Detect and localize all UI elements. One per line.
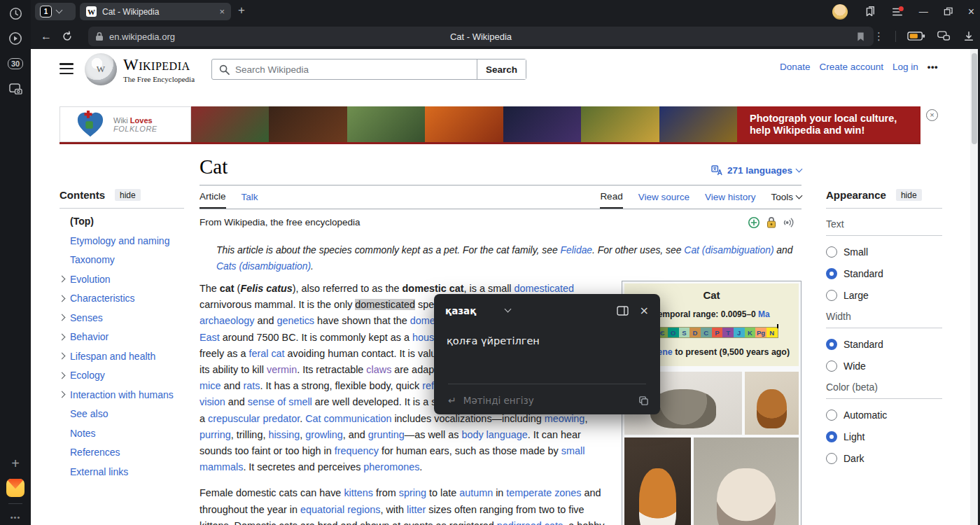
coordinates-add-icon[interactable] [748, 216, 760, 229]
expand-chevron-icon[interactable] [59, 391, 66, 398]
wiki-link[interactable]: hissing [268, 429, 300, 440]
banner-cta-text[interactable]: Photograph your local culture, help Wiki… [737, 106, 920, 142]
url-bar[interactable]: en.wikipedia.org Cat - Wikipedia [88, 27, 874, 46]
timescale-period-link[interactable]: K [745, 328, 756, 337]
toc-link[interactable]: (Top) [70, 216, 94, 227]
wiki-link[interactable]: domesticated [514, 283, 575, 294]
radio-selected[interactable] [826, 431, 837, 442]
popup-close-icon[interactable]: × [640, 304, 649, 317]
toc-link[interactable]: External links [70, 466, 128, 477]
radio-unselected[interactable] [826, 410, 837, 421]
scrollbar-thumb[interactable] [972, 53, 977, 144]
tab-close-icon[interactable]: × [219, 6, 225, 17]
page-protected-lock-icon[interactable] [766, 216, 776, 228]
timescale-period-link[interactable]: J [734, 328, 745, 337]
library-icon[interactable] [863, 6, 876, 18]
search-button[interactable]: Search [477, 59, 526, 79]
wiki-link[interactable]: temperate zones [506, 487, 581, 498]
wiki-link[interactable]: pheromones [363, 461, 419, 472]
page-actions-kebab-icon[interactable]: ⋮ [874, 30, 884, 43]
tab-tools[interactable]: Tools [771, 187, 802, 209]
wikipedia-wordmark[interactable]: Wikipedia The Free Encyclopedia [123, 56, 195, 83]
toc-link[interactable]: Etymology and naming [70, 235, 169, 246]
toc-link[interactable]: Taxonomy [70, 254, 115, 265]
wiki-link[interactable]: growling [305, 429, 343, 440]
expand-chevron-icon[interactable] [59, 333, 66, 340]
appearance-option-dark[interactable]: Dark [826, 453, 942, 464]
wiki-link[interactable]: archaeology [200, 315, 254, 326]
toc-link[interactable]: Senses [70, 312, 103, 323]
listen-audio-icon[interactable] [783, 217, 796, 228]
rail-overflow-icon[interactable]: ••• [6, 508, 24, 525]
appearance-hide-button[interactable]: hide [896, 189, 922, 201]
extension-battery-icon[interactable] [907, 31, 925, 41]
wiki-link[interactable]: Cats (disambiguation) [216, 260, 311, 272]
wiki-link[interactable]: purring [200, 429, 231, 440]
screenshot-icon[interactable] [6, 80, 24, 98]
download-icon[interactable] [963, 31, 974, 42]
wiki-link[interactable]: Cat (disambiguation) [684, 244, 774, 255]
appearance-option-standard[interactable]: Standard [826, 268, 942, 279]
toc-link[interactable]: References [70, 447, 120, 458]
main-menu-icon[interactable] [59, 63, 74, 74]
toc-link[interactable]: Characteristics [70, 293, 135, 304]
wiki-link[interactable]: Cat communication [305, 413, 391, 424]
wiki-link[interactable]: rats [243, 380, 260, 391]
wiki-link[interactable]: litter [407, 504, 426, 515]
contents-hide-button[interactable]: hide [115, 189, 141, 201]
tab-article[interactable]: Article [200, 187, 226, 209]
open-in-sidebar-icon[interactable] [617, 306, 629, 316]
bookmark-icon[interactable] [856, 31, 865, 42]
sidebar-play-icon[interactable] [6, 29, 24, 48]
appearance-option-light[interactable]: Light [826, 431, 942, 442]
wiki-link[interactable]: spring [399, 487, 426, 498]
languages-button[interactable]: 271 languages [711, 165, 802, 176]
tab-group-pill[interactable]: 1 [35, 3, 76, 20]
timescale-period-link[interactable]: P [712, 328, 723, 337]
wiki-link[interactable]: sense of smell [248, 396, 312, 407]
toc-link[interactable]: See also [70, 408, 108, 419]
wiki-link[interactable]: body language [461, 429, 527, 440]
new-tab-icon[interactable]: + [238, 4, 245, 18]
donate-link[interactable]: Donate [780, 62, 811, 72]
ma-link[interactable]: Ma [758, 309, 770, 319]
appearance-option-small[interactable]: Small [826, 246, 942, 258]
radio-selected[interactable] [826, 339, 837, 350]
radio-unselected[interactable] [826, 360, 837, 372]
expand-chevron-icon[interactable] [59, 295, 66, 302]
site-lock-icon[interactable] [95, 31, 104, 41]
back-icon[interactable]: ← [41, 30, 52, 43]
target-language-dropdown[interactable]: қазақ [445, 305, 510, 316]
toc-link[interactable]: Notes [70, 428, 96, 439]
copy-icon[interactable] [638, 396, 649, 406]
cat-photo[interactable] [694, 438, 799, 525]
tab-counter-badge[interactable]: 30 [6, 55, 24, 73]
wikipedia-globe-logo[interactable]: W [85, 53, 117, 85]
tab-view-history[interactable]: View history [705, 187, 756, 209]
wiki-link[interactable]: grunting [368, 429, 405, 440]
expand-chevron-icon[interactable] [59, 353, 66, 360]
cat-photo[interactable] [624, 438, 691, 525]
wiki-link[interactable]: mice [200, 380, 220, 391]
wiki-link[interactable]: autumn [459, 487, 493, 498]
timescale-period-link[interactable]: N [766, 328, 778, 337]
expand-chevron-icon[interactable] [59, 276, 66, 283]
timescale-period-link[interactable]: O [668, 328, 679, 337]
toc-link[interactable]: Ecology [70, 370, 105, 381]
radio-selected[interactable] [826, 268, 837, 279]
expand-chevron-icon[interactable] [59, 372, 66, 379]
expand-chevron-icon[interactable] [59, 314, 66, 321]
timescale-period-link[interactable]: C [701, 328, 712, 337]
radio-unselected[interactable] [826, 246, 837, 258]
page-scrollbar[interactable] [970, 49, 978, 525]
timescale-period-link[interactable]: D [690, 328, 701, 337]
appearance-option-automatic[interactable]: Automatic [826, 410, 942, 421]
translate-input[interactable] [463, 395, 631, 406]
toc-link[interactable]: Lifespan and health [70, 351, 155, 362]
log-in-link[interactable]: Log in [892, 62, 918, 72]
radio-unselected[interactable] [826, 290, 837, 301]
timescale-period-link[interactable]: S [679, 328, 690, 337]
wiki-link[interactable]: claws [366, 364, 391, 375]
wiki-link[interactable]: frequency [335, 445, 379, 456]
wiki-link[interactable]: feral cat [248, 348, 284, 359]
